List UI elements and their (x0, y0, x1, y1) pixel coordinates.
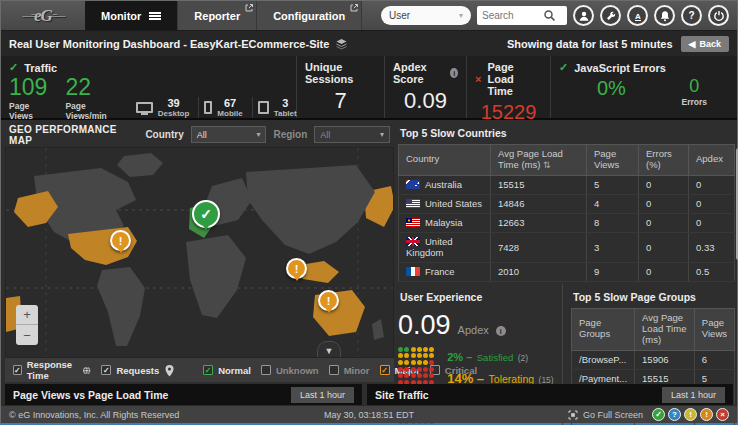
col-page-views[interactable]: Page Views (587, 145, 639, 176)
table-row[interactable]: United Kingdom7428300.33 (399, 232, 735, 262)
col-page-views[interactable]: Page Views (694, 308, 734, 350)
panel-title: Site Traffic (375, 389, 429, 401)
world-map[interactable]: + − ▼ ✓!!! (5, 147, 394, 358)
minor-status-icon[interactable]: ! (684, 408, 697, 421)
info-icon[interactable]: i (496, 326, 506, 336)
tab-reporter[interactable]: Reporter (178, 1, 257, 30)
bottom-panels: Page Views vs Page Load Time Last 1 hour… (1, 384, 737, 405)
kpi-page-load-time: ×Page Load Time 15229 ms (467, 56, 551, 118)
top5-slow-countries-panel: Top 5 Slow Countries Country Avg Page Lo… (398, 120, 735, 282)
checkbox-checked-icon: ✓ (101, 365, 111, 375)
fru-dot (411, 367, 416, 372)
col-avg-load[interactable]: Avg Page Load Time (ms) (635, 308, 695, 350)
info-icon[interactable]: i (450, 68, 458, 78)
js-error-pct: 0% (597, 77, 626, 107)
fru-dot (417, 367, 422, 372)
world-map-svg (6, 148, 394, 358)
fru-dot (411, 373, 416, 378)
critical-status-icon[interactable]: × (716, 408, 729, 421)
main-tabs: Monitor Reporter Configuration (85, 1, 362, 30)
slow-page-groups-title: Top 5 Slow Page Groups (571, 284, 735, 308)
fullscreen-icon[interactable] (568, 410, 578, 420)
country-cell: Australia (399, 175, 491, 194)
main-content: GEO PERFORMANCE MAP Country All▾ Region … (1, 120, 737, 384)
col-country[interactable]: Country (399, 145, 491, 176)
response-time-toggle[interactable]: ✓ Response Time (13, 359, 91, 381)
severity-toggle-unknown[interactable]: Unknown (261, 365, 319, 376)
normal-status-icon[interactable]: ✓ (652, 408, 665, 421)
kpi-band: ✓Traffic 109 Page Views 22 Page Views/mi… (1, 56, 737, 120)
critical-x-icon: × (475, 73, 481, 85)
map-title: GEO PERFORMANCE MAP (9, 124, 138, 146)
user-experience-title: User Experience (398, 284, 556, 308)
kpi-apdex-score: Apdex Scorei 0.09 (385, 56, 467, 118)
tools-icon[interactable] (600, 5, 621, 26)
mobile-stat: 67Mobile (198, 97, 247, 118)
col-errors[interactable]: Errors (%) (639, 145, 689, 176)
errors-cell: 0 (639, 175, 689, 194)
severity-toggle-normal[interactable]: ✓Normal (203, 365, 251, 376)
country-cell: France (399, 262, 491, 281)
col-page-groups[interactable]: Page Groups (572, 308, 635, 350)
apdex-cell: 0 (689, 213, 735, 232)
eg-logo[interactable]: —=eG=— (1, 1, 85, 30)
map-collapse-chevron[interactable]: ▼ (317, 341, 341, 358)
table-row[interactable]: Malaysia12663800 (399, 213, 735, 232)
major-map-pin-seasia[interactable]: ! (286, 258, 307, 279)
tol-dot (417, 347, 422, 352)
back-button[interactable]: ◀ Back (681, 36, 729, 52)
table-row[interactable]: France2010900.5 (399, 262, 735, 281)
hamburger-icon[interactable] (149, 12, 161, 20)
checkbox-icon (261, 365, 271, 375)
logo-wing-left: —= (22, 10, 34, 21)
desktop-stat: 39Desktop (131, 97, 195, 118)
bell-icon[interactable] (654, 5, 675, 26)
fullscreen-label[interactable]: Go Full Screen (583, 410, 643, 420)
tol-dot (398, 353, 403, 358)
zoom-in-button[interactable]: + (16, 305, 38, 325)
footer: © eG Innovations, Inc. All Rights Reserv… (1, 405, 737, 423)
checkbox-icon (329, 365, 339, 375)
region-select[interactable]: All▾ (314, 126, 390, 143)
alarms-icon[interactable]: A (627, 5, 648, 26)
tol-dot (423, 353, 428, 358)
user-scope-dropdown[interactable]: User ▾ (381, 6, 471, 25)
fru-dot (429, 367, 434, 372)
time-range-button[interactable]: Last 1 hour (291, 387, 354, 403)
unknown-status-icon[interactable]: ? (668, 408, 681, 421)
major-map-pin-australia[interactable]: ! (318, 290, 339, 311)
requests-toggle[interactable]: ✓ Requests (101, 364, 175, 377)
zoom-out-button[interactable]: − (16, 325, 38, 345)
kpi-traffic: ✓Traffic 109 Page Views 22 Page Views/mi… (1, 56, 297, 118)
showing-data-label: Showing data for last 5 minutes (507, 38, 673, 50)
tab-monitor[interactable]: Monitor (85, 1, 178, 30)
table-row[interactable]: /BrowseP...159066 (572, 350, 735, 369)
fru-dot (417, 373, 422, 378)
gb-flag-icon (406, 237, 420, 246)
tab-configuration[interactable]: Configuration (257, 1, 362, 30)
power-icon[interactable] (708, 5, 729, 26)
search-icon[interactable] (543, 9, 556, 22)
page-views-vs-load-panel[interactable]: Page Views vs Page Load Time Last 1 hour (5, 384, 362, 405)
time-range-button[interactable]: Last 1 hour (662, 387, 725, 403)
search-input[interactable] (477, 10, 543, 21)
help-icon[interactable]: ? (681, 5, 702, 26)
table-row[interactable]: Australia15515500 (399, 175, 735, 194)
user-icon[interactable] (573, 5, 594, 26)
normal-map-pin-europe[interactable]: ✓ (192, 200, 220, 228)
major-status-icon[interactable]: ! (700, 408, 713, 421)
rum-dashboard: —=eG=— Monitor Reporter Configuration Us… (0, 0, 738, 425)
layers-icon[interactable] (335, 38, 348, 50)
col-avg-load[interactable]: Avg Page Load Time (ms) ⇅ (491, 145, 587, 176)
severity-toggle-minor[interactable]: Minor (329, 365, 370, 376)
country-select[interactable]: All▾ (191, 126, 267, 143)
sat-dot (398, 347, 403, 352)
col-apdex[interactable]: Apdex (689, 145, 735, 176)
my-flag-icon (406, 218, 420, 227)
location-pin-icon (164, 364, 175, 377)
site-traffic-panel[interactable]: Site Traffic Last 1 hour (367, 384, 733, 405)
sort-icon[interactable]: ⇅ (543, 160, 551, 170)
load-cell: 12663 (491, 213, 587, 232)
table-row[interactable]: United States14846400 (399, 194, 735, 213)
major-map-pin-usa[interactable]: ! (110, 230, 131, 251)
